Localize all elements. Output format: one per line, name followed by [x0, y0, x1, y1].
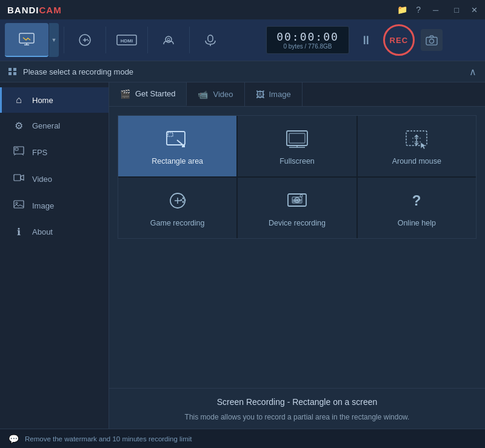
timer-size: 0 bytes / 776.8GB — [276, 43, 339, 50]
toolbar-separator-4 — [189, 27, 190, 53]
mode-rectangle[interactable]: Rectangle area — [118, 116, 236, 176]
mode-bar: Please select a recording mode ∧ — [0, 61, 485, 82]
mode-bar-left: Please select a recording mode — [8, 67, 133, 76]
svg-point-37 — [300, 195, 303, 197]
svg-rect-10 — [426, 38, 437, 45]
app-logo: BANDICAM — [7, 5, 62, 15]
tab-video[interactable]: 📹 Video — [187, 82, 244, 106]
sidebar-item-fps[interactable]: FPS — [0, 139, 109, 165]
timer-time: 00:00:00 — [276, 30, 339, 43]
mode-bar-text: Please select a recording mode — [23, 67, 133, 76]
mode-grid-area: Rectangle area Fullscreen — [109, 107, 485, 388]
fullscreen-label: Fullscreen — [279, 157, 315, 165]
tab-label-get-started: Get Started — [135, 89, 175, 98]
camera-icon — [425, 35, 438, 45]
get-started-icon: 🎬 — [120, 89, 130, 99]
toolbar-webcam-button[interactable] — [153, 23, 184, 57]
logo-bandi: BANDI — [7, 5, 39, 15]
svg-rect-22 — [289, 133, 305, 143]
toolbar-screen-group: ▼ — [5, 23, 59, 57]
mode-around-mouse[interactable]: Around mouse — [358, 116, 476, 176]
svg-point-28 — [184, 199, 186, 201]
titlebar-controls: 📁 ? ─ □ ✕ — [397, 4, 478, 16]
video-tab-icon: 📹 — [198, 90, 208, 99]
main-content: ⌂ Home ⚙ General FPS — [0, 82, 485, 429]
pause-button[interactable]: ⏸ — [355, 33, 377, 47]
help-icon[interactable]: ? — [416, 5, 421, 15]
svg-point-11 — [429, 39, 433, 43]
svg-rect-17 — [14, 201, 24, 208]
logo-cam: CAM — [39, 5, 62, 15]
grid-icon — [8, 68, 17, 75]
screen-dropdown[interactable]: ▼ — [49, 23, 59, 57]
svg-rect-0 — [19, 33, 34, 43]
svg-text:HDMI: HDMI — [121, 38, 133, 44]
toolbar-audio-button[interactable] — [195, 23, 226, 57]
online-help-icon: ? — [404, 191, 429, 213]
svg-rect-16 — [14, 175, 21, 181]
screenshot-button[interactable] — [421, 29, 443, 51]
game-recording-label: Game recording — [150, 219, 205, 227]
mode-game[interactable]: Game recording — [118, 178, 236, 238]
game-icon — [77, 33, 93, 47]
tab-get-started[interactable]: 🎬 Get Started — [109, 82, 187, 106]
device-recording-label: Device recording — [269, 219, 326, 227]
hdmi-icon: HDMI — [116, 33, 138, 47]
description-title: Screen Recording - Rectangle on a screen — [121, 397, 473, 407]
tab-image[interactable]: 🖼 Image — [245, 82, 303, 106]
around-mouse-icon — [404, 129, 429, 151]
toolbar-separator-2 — [105, 27, 106, 53]
minimize-button[interactable]: ─ — [429, 4, 442, 16]
description-area: Screen Recording - Rectangle on a screen… — [109, 388, 485, 429]
close-button[interactable]: ✕ — [471, 5, 478, 15]
sidebar-item-about[interactable]: ℹ About — [0, 219, 109, 245]
sidebar-label-general: General — [32, 121, 60, 130]
video-icon — [13, 173, 25, 185]
tab-label-video: Video — [213, 90, 233, 99]
sidebar-item-image[interactable]: Image — [0, 192, 109, 219]
folder-icon[interactable]: 📁 — [397, 5, 407, 15]
svg-rect-19 — [167, 132, 185, 145]
image-icon — [13, 199, 25, 212]
svg-point-30 — [180, 199, 182, 201]
titlebar: BANDICAM 📁 ? ─ □ ✕ — [0, 0, 485, 19]
mode-bar-chevron-icon[interactable]: ∧ — [469, 66, 477, 78]
gear-icon: ⚙ — [13, 120, 25, 132]
around-mouse-label: Around mouse — [392, 157, 441, 165]
svg-rect-13 — [15, 148, 18, 150]
tabs: 🎬 Get Started 📹 Video 🖼 Image — [109, 82, 485, 107]
toolbar: ▼ HDMI 00: — [0, 19, 485, 61]
sidebar-label-home: Home — [32, 96, 53, 105]
sidebar-item-home[interactable]: ⌂ Home — [0, 87, 109, 113]
maximize-button[interactable]: □ — [450, 4, 463, 16]
toolbar-screen-button[interactable] — [5, 23, 48, 57]
svg-point-18 — [16, 202, 18, 204]
svg-text:?: ? — [412, 192, 421, 209]
fps-icon — [13, 146, 25, 158]
timer-display: 00:00:00 0 bytes / 776.8GB — [266, 26, 349, 54]
mode-fullscreen[interactable]: Fullscreen — [238, 116, 356, 176]
rec-button[interactable]: REC — [383, 24, 415, 56]
rectangle-icon — [165, 129, 190, 151]
timer-area: 00:00:00 0 bytes / 776.8GB ⏸ REC — [229, 24, 480, 56]
device-recording-icon: HDMI HDMI — [284, 191, 310, 213]
mode-device[interactable]: HDMI HDMI Device recording — [238, 178, 356, 238]
audio-icon — [202, 33, 218, 47]
sidebar-item-video[interactable]: Video — [0, 165, 109, 192]
svg-point-29 — [182, 201, 184, 203]
svg-point-3 — [88, 40, 89, 41]
toolbar-separator-1 — [64, 27, 64, 53]
sidebar-label-video: Video — [32, 175, 52, 184]
toolbar-game-button[interactable] — [69, 23, 101, 57]
svg-point-2 — [87, 39, 88, 40]
sidebar: ⌂ Home ⚙ General FPS — [0, 82, 109, 429]
sidebar-item-general[interactable]: ⚙ General — [0, 113, 109, 139]
description-text: This mode allows you to record a partial… — [121, 412, 473, 423]
webcam-icon — [161, 33, 176, 47]
toolbar-hdmi-button[interactable]: HDMI — [111, 23, 142, 57]
toolbar-separator-3 — [147, 27, 148, 53]
sidebar-label-about: About — [32, 227, 53, 236]
mode-help[interactable]: ? Online help — [358, 178, 476, 238]
home-icon: ⌂ — [13, 95, 25, 105]
sidebar-label-fps: FPS — [32, 148, 47, 157]
